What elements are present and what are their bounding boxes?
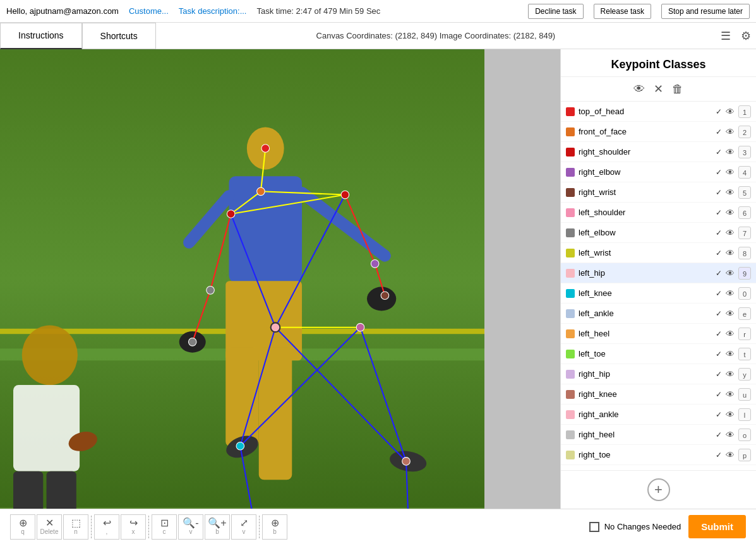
kp-num-right_shoulder: 3 bbox=[738, 146, 751, 158]
keypoint-item-left_ankle[interactable]: left_ankle ✓ 👁 e bbox=[561, 304, 756, 324]
second-bar: Instructions Shortcuts Canvas Coordinate… bbox=[0, 23, 756, 49]
kp-eye-left_ankle[interactable]: 👁 bbox=[726, 309, 735, 319]
kp-name-right_hip: right_hip bbox=[579, 369, 712, 379]
undo-tool[interactable]: ↩, bbox=[94, 514, 119, 540]
keypoint-item-right_hip[interactable]: right_hip ✓ 👁 y bbox=[561, 364, 756, 384]
kp-num-left_elbow: 7 bbox=[738, 227, 751, 239]
delete-all-icon[interactable]: 🗑 bbox=[672, 82, 683, 96]
fit-view-tool[interactable]: ⊡c bbox=[152, 514, 177, 540]
kp-name-left_ankle: left_ankle bbox=[579, 309, 712, 318]
keypoint-item-left_knee[interactable]: left_knee ✓ 👁 0 bbox=[561, 283, 756, 304]
keypoint-item-right_wrist[interactable]: right_wrist ✓ 👁 5 bbox=[561, 182, 756, 203]
keypoint-item-right_knee[interactable]: right_knee ✓ 👁 u bbox=[561, 384, 756, 405]
instructions-tab[interactable]: Instructions bbox=[0, 23, 82, 49]
kp-eye-right_knee[interactable]: 👁 bbox=[726, 389, 735, 399]
keypoint-item-left_hip[interactable]: left_hip ✓ 👁 9 bbox=[561, 263, 756, 283]
redo-tool[interactable]: ↪x bbox=[121, 514, 146, 540]
add-point-tool[interactable]: ⊕q bbox=[10, 514, 35, 540]
kp-color-top_of_head bbox=[566, 107, 575, 116]
add-keypoint-class-button[interactable]: + bbox=[647, 478, 670, 501]
submit-button[interactable]: Submit bbox=[688, 515, 746, 538]
svg-line-6 bbox=[302, 192, 385, 256]
visibility-all-icon[interactable]: 👁 bbox=[633, 82, 645, 96]
kp-check-left_heel: ✓ bbox=[716, 329, 722, 338]
customer-link[interactable]: Custome... bbox=[129, 6, 169, 16]
zoom-out-tool[interactable]: 🔍-v bbox=[178, 514, 203, 540]
keypoint-item-left_shoulder[interactable]: left_shoulder ✓ 👁 6 bbox=[561, 203, 756, 223]
kp-eye-right_heel[interactable]: 👁 bbox=[726, 430, 735, 440]
select-region-tool[interactable]: ⬚n bbox=[63, 514, 88, 540]
kp-eye-right_toe[interactable]: 👁 bbox=[726, 450, 735, 460]
kp-color-right_heel bbox=[566, 430, 575, 439]
svg-point-36 bbox=[261, 145, 270, 153]
keypoint-item-right_ankle[interactable]: right_ankle ✓ 👁 l bbox=[561, 405, 756, 425]
keypoint-item-front_of_face[interactable]: front_of_face ✓ 👁 2 bbox=[561, 122, 756, 142]
task-desc-link[interactable]: Task description:... bbox=[179, 6, 247, 16]
delete-point-tool[interactable]: ✕Delete bbox=[37, 514, 62, 540]
canvas-area[interactable] bbox=[0, 49, 484, 509]
svg-line-23 bbox=[345, 195, 375, 264]
svg-point-39 bbox=[371, 260, 379, 268]
keypoint-item-right_shoulder[interactable]: right_shoulder ✓ 👁 3 bbox=[561, 142, 756, 162]
kp-eye-left_elbow[interactable]: 👁 bbox=[726, 228, 735, 238]
kp-eye-left_wrist[interactable]: 👁 bbox=[726, 248, 735, 258]
bottom-toolbar: ⊕q ✕Delete ⬚n ↩, ↪x ⊡c 🔍-v 🔍+b ⤢v ⊕b bbox=[0, 509, 756, 544]
keypoint-item-left_wrist[interactable]: left_wrist ✓ 👁 8 bbox=[561, 243, 756, 263]
release-task-button[interactable]: Release task bbox=[594, 4, 651, 19]
keypoint-item-right_elbow[interactable]: right_elbow ✓ 👁 4 bbox=[561, 162, 756, 182]
svg-rect-4 bbox=[229, 176, 302, 282]
kp-name-left_wrist: left_wrist bbox=[579, 248, 712, 257]
settings-icon[interactable]: ⚙ bbox=[736, 24, 756, 48]
shortcuts-tab[interactable]: Shortcuts bbox=[82, 23, 156, 49]
keypoint-item-top_of_head[interactable]: top_of_head ✓ 👁 1 bbox=[561, 102, 756, 122]
kp-check-left_ankle: ✓ bbox=[716, 309, 722, 318]
kp-color-left_hip bbox=[566, 269, 575, 278]
decline-task-button[interactable]: Decline task bbox=[528, 4, 583, 19]
kp-color-left_knee bbox=[566, 289, 575, 298]
kp-eye-right_shoulder[interactable]: 👁 bbox=[726, 147, 735, 157]
kp-eye-right_elbow[interactable]: 👁 bbox=[726, 167, 735, 177]
kp-eye-left_shoulder[interactable]: 👁 bbox=[726, 208, 735, 218]
keypoint-item-right_toe[interactable]: right_toe ✓ 👁 p bbox=[561, 445, 756, 465]
kp-name-right_elbow: right_elbow bbox=[579, 167, 712, 177]
zoom-in-tool[interactable]: 🔍+b bbox=[205, 514, 230, 540]
keypoint-item-right_heel[interactable]: right_heel ✓ 👁 o bbox=[561, 425, 756, 445]
no-changes-checkbox[interactable] bbox=[589, 522, 599, 532]
kp-eye-left_heel[interactable]: 👁 bbox=[726, 329, 735, 339]
kp-eye-left_toe[interactable]: 👁 bbox=[726, 349, 735, 359]
keypoint-item-left_elbow[interactable]: left_elbow ✓ 👁 7 bbox=[561, 223, 756, 243]
kp-num-left_knee: 0 bbox=[738, 287, 751, 300]
stop-resume-button[interactable]: Stop and resume later bbox=[661, 4, 750, 19]
svg-point-43 bbox=[188, 338, 196, 346]
kp-num-front_of_face: 2 bbox=[738, 126, 751, 138]
fit-all-tool[interactable]: ⤢v bbox=[231, 514, 256, 540]
kp-num-top_of_head: 1 bbox=[738, 105, 751, 118]
kp-name-right_toe: right_toe bbox=[579, 450, 712, 459]
keypoint-item-left_toe[interactable]: left_toe ✓ 👁 t bbox=[561, 344, 756, 364]
kp-name-left_knee: left_knee bbox=[579, 288, 712, 298]
coordinates-display: Canvas Coordinates: (2182, 849) Image Co… bbox=[156, 31, 716, 40]
kp-eye-front_of_face[interactable]: 👁 bbox=[726, 127, 735, 137]
kp-eye-left_hip[interactable]: 👁 bbox=[726, 268, 735, 278]
kp-num-right_elbow: 4 bbox=[738, 166, 751, 179]
keypoint-item-left_heel[interactable]: left_heel ✓ 👁 r bbox=[561, 324, 756, 344]
kp-eye-right_ankle[interactable]: 👁 bbox=[726, 410, 735, 420]
close-all-icon[interactable]: ✕ bbox=[654, 82, 663, 96]
svg-point-3 bbox=[247, 127, 284, 169]
kp-color-right_knee bbox=[566, 390, 575, 399]
svg-point-40 bbox=[227, 210, 235, 218]
svg-point-13 bbox=[367, 287, 396, 311]
zoom-custom-tool[interactable]: ⊕b bbox=[262, 514, 287, 540]
kp-eye-right_wrist[interactable]: 👁 bbox=[726, 187, 735, 198]
svg-point-41 bbox=[381, 292, 389, 300]
svg-rect-17 bbox=[47, 471, 76, 509]
kp-eye-right_hip[interactable]: 👁 bbox=[726, 369, 735, 379]
toolbar-separator-3 bbox=[259, 516, 260, 538]
svg-rect-9 bbox=[259, 347, 292, 480]
kp-num-right_ankle: l bbox=[738, 408, 751, 421]
kp-eye-left_knee[interactable]: 👁 bbox=[726, 288, 735, 299]
keypoint-list: top_of_head ✓ 👁 1 front_of_face ✓ 👁 2 ri… bbox=[561, 102, 756, 470]
svg-line-30 bbox=[240, 328, 275, 446]
hamburger-menu-icon[interactable]: ☰ bbox=[716, 24, 736, 48]
kp-eye-top_of_head[interactable]: 👁 bbox=[726, 107, 735, 117]
